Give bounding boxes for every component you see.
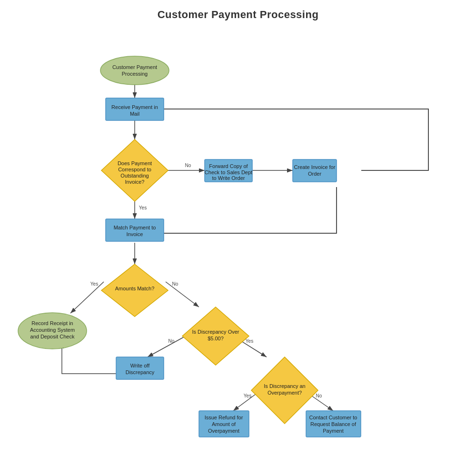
- createinvoice-label: Create Invoice for: [294, 164, 336, 170]
- writeoff-label: Write off: [130, 363, 150, 368]
- diagram-container: Customer Payment Processing: [0, 0, 476, 476]
- decision1-label4: Invoice?: [125, 179, 145, 185]
- svg-line-9: [166, 282, 199, 307]
- start-label2: Processing: [122, 71, 148, 77]
- receive-label: Receive Payment in: [111, 104, 158, 110]
- flowchart: Customer Payment Processing Receive Paym…: [0, 0, 476, 476]
- match-label2: Invoice: [127, 231, 143, 237]
- yes-label-4: Yes: [244, 393, 251, 398]
- no-label-1: No: [185, 163, 191, 168]
- decision1-label3: Outstanding: [120, 173, 149, 178]
- forward-label2: Check to Sales Dept: [205, 169, 252, 175]
- forward-label3: to Write Order: [212, 175, 245, 181]
- svg-line-8: [70, 282, 104, 313]
- writeoff-label2: Discrepancy: [126, 369, 155, 375]
- decision3-label: Is Discrepancy Over: [192, 329, 239, 335]
- forward-label: Forward Copy of: [209, 163, 248, 169]
- refund-label2: Amount of: [212, 421, 236, 427]
- no-label-4: No: [316, 393, 322, 398]
- decision2-label: Amounts Match?: [115, 286, 155, 291]
- decision1-label: Does Payment: [118, 160, 152, 166]
- contact-label3: Payment: [323, 428, 343, 434]
- no-label-2: No: [172, 281, 178, 287]
- createinvoice-label2: Order: [308, 171, 321, 177]
- yes-label-1: Yes: [139, 205, 147, 210]
- yes-label-3: Yes: [246, 338, 253, 344]
- refund-label3: Overpayment: [208, 428, 239, 434]
- start-label: Customer Payment: [112, 64, 157, 70]
- no-label-3: No: [169, 338, 175, 344]
- decision4-label2: Overpayment?: [268, 390, 302, 396]
- decision4-label: Is Discrepancy an: [264, 383, 305, 389]
- contact-label2: Request Balance of: [310, 421, 357, 427]
- yes-label-2: Yes: [90, 281, 98, 287]
- receive-label2: Mail: [130, 111, 139, 117]
- record-label: Record Receipt in: [31, 320, 73, 326]
- svg-line-10: [148, 336, 186, 357]
- decision1-label2: Correspond to: [118, 167, 151, 172]
- match-label: Match Payment to: [114, 225, 156, 230]
- decision3-label2: $5.00?: [208, 336, 224, 341]
- record-label2: Accounting System: [30, 327, 75, 333]
- contact-label: Contact Customer to: [309, 415, 357, 420]
- record-label3: and Deposit Check: [30, 334, 75, 339]
- refund-label: Issue Refund for: [205, 415, 243, 420]
